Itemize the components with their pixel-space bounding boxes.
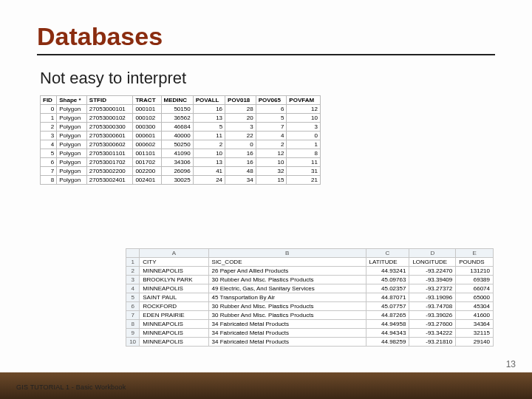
table-row: 8MINNEAPOLIS34 Fabricated Metal Products… — [126, 320, 494, 329]
table-header: POV018 — [225, 96, 256, 105]
table-row: 0Polygon27053000101000101501501628612 — [41, 105, 321, 114]
table-header: Shape * — [57, 96, 87, 105]
table-row: 8Polygon270530024010024013002524341521 — [41, 176, 321, 185]
title-underline — [37, 54, 495, 55]
column-header: D — [409, 249, 456, 258]
page-number: 13 — [506, 359, 516, 369]
slide-title: Databases — [37, 22, 495, 51]
column-header: C — [366, 249, 409, 258]
table-row: 10MINNEAPOLIS34 Fabricated Metal Product… — [126, 338, 494, 347]
table-row: 7Polygon270530022000022002609641483231 — [41, 167, 321, 176]
spreadsheet-table: ABCDE1CITYSIC_CODELATITUDELONGITUDEPOUND… — [126, 248, 494, 347]
table-row: 3Polygon2705300060100060140000112240 — [41, 132, 321, 140]
table-header: POV065 — [256, 96, 287, 105]
table-header: MEDINC — [161, 96, 193, 105]
footer-text: GIS TUTORIAL 1 - Basic Workbook — [16, 383, 126, 391]
table-row: 6Polygon270530017020017023430613161011 — [41, 158, 321, 167]
column-header: B — [208, 249, 366, 258]
attribute-table: FIDShape *STFIDTRACTMEDINCPOVALLPOV018PO… — [40, 95, 321, 185]
table-header: FID — [41, 96, 57, 105]
table-row: 2MINNEAPOLIS26 Paper And Allied Products… — [126, 267, 494, 276]
table-row: 5SAINT PAUL45 Transportation By Air44.87… — [126, 293, 494, 302]
table-header: POVALL — [193, 96, 225, 105]
table-header: STFID — [86, 96, 133, 105]
table-row: 2Polygon27053000300000300466845373 — [41, 123, 321, 132]
column-header: E — [456, 249, 494, 258]
table-row: 9MINNEAPOLIS34 Fabricated Metal Products… — [126, 329, 494, 338]
table-header: TRACT — [133, 96, 161, 105]
slide-subtitle: Not easy to interpret — [40, 69, 495, 88]
table-row: 3BROOKLYN PARK30 Rubber And Misc. Plasti… — [126, 276, 494, 284]
table-row: 5Polygon27053001101001101410901016128 — [41, 149, 321, 158]
table-row: 4Polygon27053000602000602502502021 — [41, 140, 321, 149]
table-row: 1Polygon27053000102000102365621320510 — [41, 114, 321, 123]
table-row: 1CITYSIC_CODELATITUDELONGITUDEPOUNDS — [126, 258, 494, 267]
table-row: 6ROCKFORD30 Rubber And Misc. Plastics Pr… — [126, 302, 494, 311]
table-row: 4MINNEAPOLIS49 Electric, Gas, And Sanita… — [126, 284, 494, 293]
table-row: 7EDEN PRAIRIE30 Rubber And Misc. Plastic… — [126, 311, 494, 320]
column-header: A — [140, 249, 208, 258]
table-header: POVFAM — [287, 96, 321, 105]
